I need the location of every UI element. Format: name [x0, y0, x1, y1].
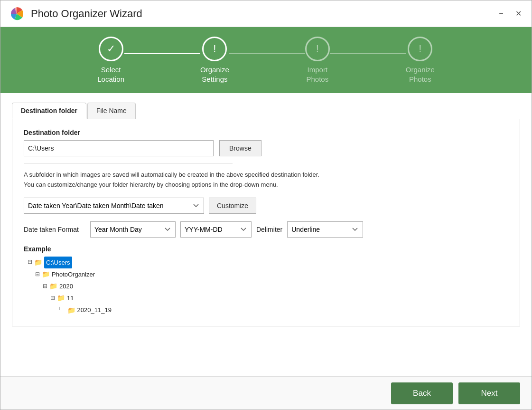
- next-button[interactable]: Next: [458, 382, 520, 404]
- delimiter-dropdown[interactable]: Underline Hyphen None: [287, 221, 363, 238]
- step-line-3: [330, 53, 406, 54]
- tree-2020: ⊟ 📁 2020: [43, 280, 508, 292]
- destination-folder-label: Destination folder: [24, 129, 508, 136]
- step-line-2: [229, 53, 305, 54]
- year-folder-icon: 📁: [49, 280, 57, 292]
- step-1-circle: ✓: [99, 37, 123, 61]
- folder-tree: ⊟ 📁 C:\Users ⊟ 📁 PhotoOrganizer ⊟ 📁: [24, 257, 508, 316]
- step-2-label: OrganizeSettings: [200, 65, 229, 84]
- step-3-label: ImportPhotos: [307, 65, 329, 84]
- folder-path-input[interactable]: [24, 140, 214, 156]
- window-controls: − ✕: [495, 8, 524, 19]
- step-import-photos: ! ImportPhotos: [305, 37, 330, 84]
- step-3-circle: !: [305, 37, 330, 61]
- photo-organizer-icon: 📁: [42, 268, 50, 280]
- step-4-circle: !: [408, 37, 432, 61]
- title-bar: Photo Organizer Wizard − ✕: [0, 0, 532, 27]
- format-row: Date taken Format Year Month Day Month D…: [24, 221, 508, 238]
- date-order-dropdown[interactable]: Year Month Day Month Day Year Day Month …: [90, 221, 176, 238]
- minimize-button[interactable]: −: [495, 8, 507, 19]
- date-format-label: Date taken Format: [24, 226, 85, 233]
- hierarchy-dropdown[interactable]: Date taken Year\Date taken Month\Date ta…: [24, 198, 204, 214]
- day-folder-icon: 📁: [67, 305, 75, 316]
- step-2-circle: !: [202, 37, 227, 61]
- app-logo: [8, 5, 25, 22]
- tree-photo-organizer: ⊟ 📁 PhotoOrganizer: [35, 268, 508, 280]
- tab-bar: Destination folder File Name: [12, 103, 520, 119]
- step-4-label: OrganizePhotos: [406, 65, 435, 84]
- tab-destination-folder[interactable]: Destination folder: [12, 103, 86, 119]
- step-1-label: SelectLocation: [97, 65, 124, 84]
- bottom-bar: Back Next: [0, 376, 532, 410]
- close-button[interactable]: ✕: [513, 8, 524, 19]
- step-organize-settings: ! OrganizeSettings: [200, 37, 229, 84]
- example-label: Example: [24, 245, 508, 253]
- root-folder-label: C:\Users: [44, 257, 72, 268]
- customize-button[interactable]: Customize: [209, 198, 256, 214]
- tree-day: └─ 📁 2020_11_19: [58, 305, 508, 316]
- wizard-window: Photo Organizer Wizard − ✕ ✓ SelectLocat…: [0, 0, 532, 410]
- progress-bar: ✓ SelectLocation ! OrganizeSettings ! Im…: [0, 27, 532, 93]
- step-select-location: ✓ SelectLocation: [97, 37, 124, 84]
- root-folder-icon: 📁: [34, 257, 42, 268]
- main-content: Destination folder File Name Destination…: [0, 93, 532, 376]
- browse-button[interactable]: Browse: [219, 140, 261, 156]
- tree-root: ⊟ 📁 C:\Users: [28, 257, 508, 268]
- delimiter-label: Delimiter: [256, 226, 282, 233]
- tree-11: ⊟ 📁 11: [50, 292, 508, 304]
- date-format-dropdown[interactable]: YYY-MM-DD MM-DD-YYYY DD-MM-YYYY: [180, 221, 252, 238]
- tab-panel-destination-folder: Destination folder Browse A subfolder in…: [12, 119, 520, 326]
- folder-path-row: Browse: [24, 140, 508, 156]
- month-folder-icon: 📁: [57, 292, 65, 304]
- step-line-1: [124, 53, 200, 54]
- tab-file-name[interactable]: File Name: [87, 103, 136, 119]
- info-text: A subfolder in which images are saved wi…: [24, 170, 508, 190]
- step-organize-photos: ! OrganizePhotos: [406, 37, 435, 84]
- back-button[interactable]: Back: [391, 382, 453, 404]
- divider: [24, 163, 233, 163]
- hierarchy-row: Date taken Year\Date taken Month\Date ta…: [24, 198, 508, 214]
- window-title: Photo Organizer Wizard: [31, 8, 495, 20]
